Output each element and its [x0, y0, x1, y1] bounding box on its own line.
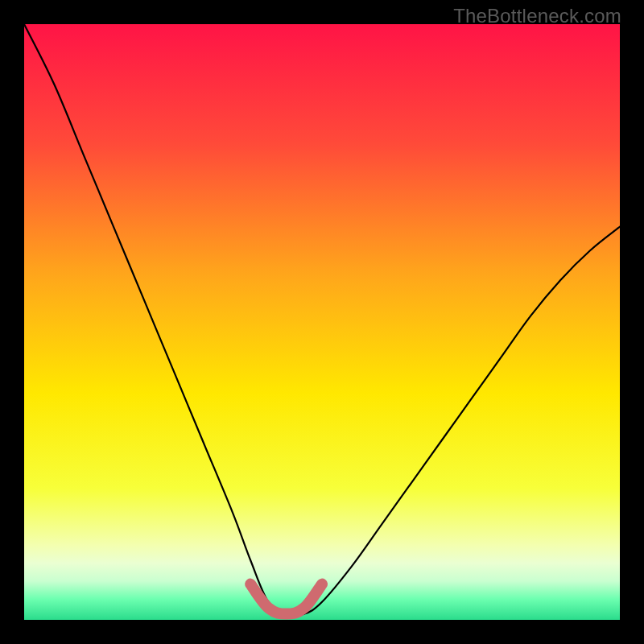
- plot-area: [24, 24, 620, 620]
- curve-layer: [24, 24, 620, 620]
- bottleneck-curve: [24, 24, 620, 616]
- chart-frame: TheBottleneck.com: [0, 0, 644, 644]
